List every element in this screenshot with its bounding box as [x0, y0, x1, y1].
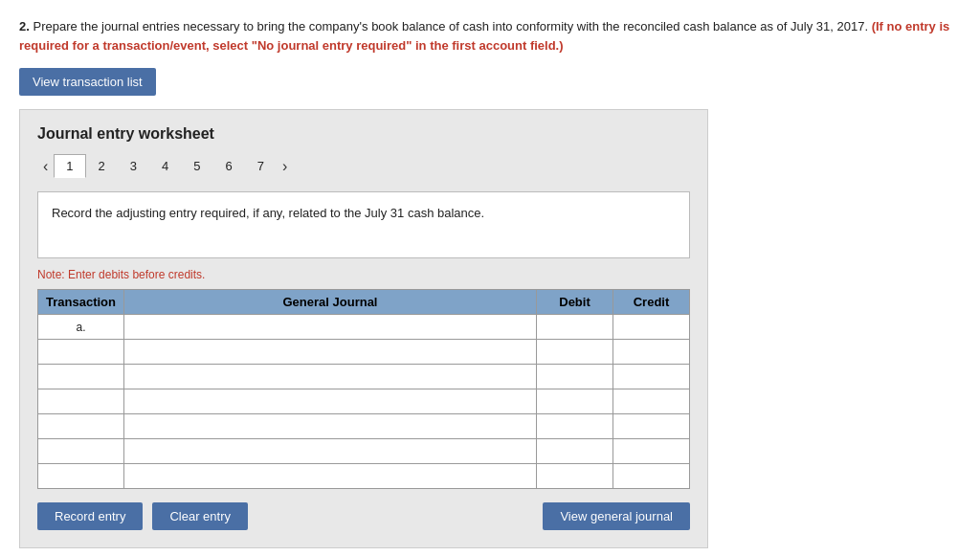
table-row	[38, 439, 690, 464]
debit-cell-6[interactable]	[537, 439, 613, 464]
credit-input-1[interactable]	[613, 315, 689, 339]
tab-7[interactable]: 7	[245, 154, 277, 178]
instruction-text: Record the adjusting entry required, if …	[52, 206, 484, 220]
clear-entry-button[interactable]: Clear entry	[152, 502, 248, 530]
debit-input-7[interactable]	[537, 464, 612, 488]
col-header-credit: Credit	[613, 290, 690, 315]
transaction-cell-2	[38, 340, 124, 365]
credit-cell-6[interactable]	[613, 439, 690, 464]
transaction-cell-1: a.	[38, 315, 124, 340]
tab-prev-arrow[interactable]: ‹	[37, 156, 54, 177]
intro-paragraph: 2. Prepare the journal entries necessary…	[19, 17, 961, 55]
tab-1[interactable]: 1	[54, 154, 85, 178]
transaction-cell-6	[38, 439, 124, 464]
view-general-journal-button[interactable]: View general journal	[543, 502, 690, 530]
table-row	[38, 340, 690, 365]
button-row: Record entry Clear entry View general jo…	[37, 502, 690, 530]
table-row: a.	[38, 315, 690, 340]
record-entry-button[interactable]: Record entry	[37, 502, 143, 530]
tab-2[interactable]: 2	[86, 154, 118, 178]
credit-cell-2[interactable]	[613, 340, 690, 365]
tab-5[interactable]: 5	[181, 154, 212, 178]
debit-input-6[interactable]	[537, 439, 612, 463]
journal-input-6[interactable]	[124, 439, 536, 463]
credit-input-3[interactable]	[613, 365, 689, 389]
debit-input-1[interactable]	[537, 315, 612, 339]
table-row	[38, 414, 690, 439]
debit-input-2[interactable]	[537, 340, 612, 364]
credit-input-2[interactable]	[613, 340, 689, 364]
journal-input-4[interactable]	[124, 389, 536, 413]
transaction-cell-5	[38, 414, 124, 439]
debit-cell-5[interactable]	[537, 414, 613, 439]
tab-4[interactable]: 4	[149, 154, 181, 178]
credit-cell-3[interactable]	[613, 365, 690, 389]
table-row	[38, 365, 690, 389]
view-transaction-button[interactable]: View transaction list	[19, 68, 156, 96]
credit-input-4[interactable]	[613, 389, 689, 413]
credit-input-5[interactable]	[613, 414, 689, 438]
debit-input-4[interactable]	[537, 389, 612, 413]
journal-cell-3[interactable]	[124, 365, 537, 389]
debit-cell-1[interactable]	[537, 315, 613, 340]
debit-cell-3[interactable]	[537, 365, 613, 389]
note-text: Note: Enter debits before credits.	[37, 268, 690, 281]
transaction-cell-7	[38, 464, 124, 489]
worksheet-title: Journal entry worksheet	[37, 125, 690, 143]
journal-table: Transaction General Journal Debit Credit…	[37, 289, 690, 489]
tab-navigation: ‹ 1 2 3 4 5 6 7 ›	[37, 154, 690, 178]
journal-cell-5[interactable]	[124, 414, 537, 439]
journal-cell-7[interactable]	[124, 464, 537, 489]
credit-cell-1[interactable]	[613, 315, 690, 340]
credit-cell-5[interactable]	[613, 414, 690, 439]
journal-cell-1[interactable]	[124, 315, 537, 340]
intro-number: 2.	[19, 19, 30, 33]
debit-cell-2[interactable]	[537, 340, 613, 365]
col-header-transaction: Transaction	[38, 290, 124, 315]
tab-6[interactable]: 6	[213, 154, 245, 178]
worksheet-container: Journal entry worksheet ‹ 1 2 3 4 5 6 7 …	[19, 109, 708, 548]
transaction-cell-3	[38, 365, 124, 389]
table-row	[38, 389, 690, 414]
journal-cell-2[interactable]	[124, 340, 537, 365]
tab-next-arrow[interactable]: ›	[277, 156, 293, 177]
col-header-debit: Debit	[537, 290, 613, 315]
journal-input-7[interactable]	[124, 464, 536, 488]
transaction-cell-4	[38, 389, 124, 414]
debit-cell-7[interactable]	[537, 464, 613, 489]
credit-input-6[interactable]	[613, 439, 689, 463]
journal-cell-4[interactable]	[124, 389, 537, 414]
credit-cell-7[interactable]	[613, 464, 690, 489]
journal-input-2[interactable]	[124, 340, 536, 364]
intro-text-plain: Prepare the journal entries necessary to…	[30, 19, 868, 33]
credit-input-7[interactable]	[613, 464, 689, 488]
debit-cell-4[interactable]	[537, 389, 613, 414]
debit-input-5[interactable]	[537, 414, 612, 438]
journal-input-1[interactable]	[124, 315, 536, 339]
instruction-box: Record the adjusting entry required, if …	[37, 191, 690, 258]
col-header-journal: General Journal	[124, 290, 537, 315]
journal-input-5[interactable]	[124, 414, 536, 438]
journal-cell-6[interactable]	[124, 439, 537, 464]
debit-input-3[interactable]	[537, 365, 612, 389]
credit-cell-4[interactable]	[613, 389, 690, 414]
table-row	[38, 464, 690, 489]
tab-3[interactable]: 3	[118, 154, 149, 178]
journal-input-3[interactable]	[124, 365, 536, 389]
